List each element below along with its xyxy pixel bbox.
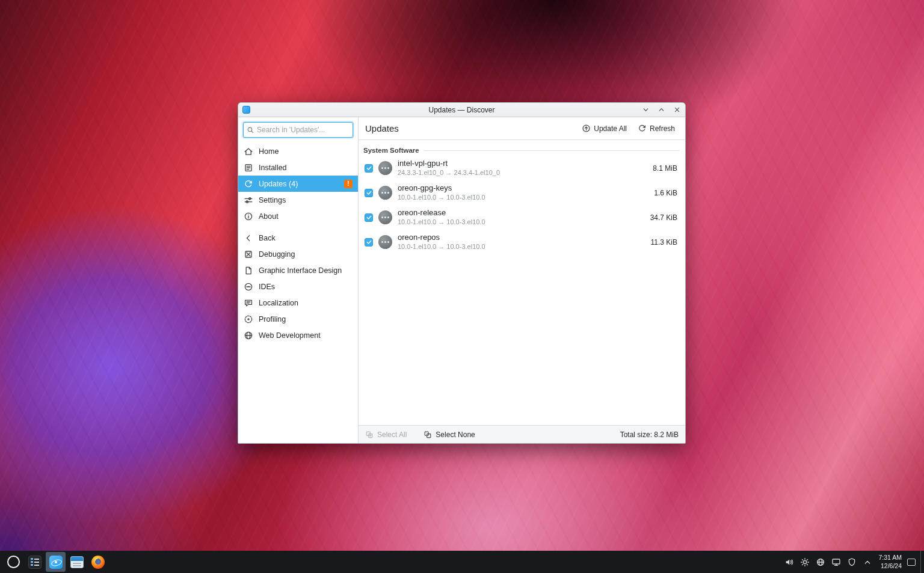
- back-label: Back: [259, 234, 276, 242]
- package-icon: [378, 235, 392, 249]
- select-all-label: Select All: [377, 431, 407, 439]
- system-tray: [784, 557, 872, 567]
- update-row-intel-vpl-gpu-rt[interactable]: intel-vpl-gpu-rt 24.3.3-1.el10_0 → 24.3.…: [359, 156, 685, 180]
- sidebar-back-button[interactable]: Back: [238, 230, 358, 246]
- category-label: Web Development: [259, 331, 321, 340]
- update-checkbox[interactable]: [365, 164, 373, 173]
- update-row-oreon-gpg-keys[interactable]: oreon-gpg-keys 10.0-1.el10.0 → 10.0-3.el…: [359, 180, 685, 205]
- updates-list: intel-vpl-gpu-rt 24.3.3-1.el10_0 → 24.3.…: [359, 156, 685, 254]
- search-input[interactable]: [257, 126, 350, 134]
- desktop-wallpaper: Updates — Discover Home: [0, 0, 924, 573]
- category-label: Graphic Interface Design: [259, 266, 342, 275]
- app-launcher-button[interactable]: [4, 552, 23, 572]
- installed-icon: [244, 163, 253, 173]
- network-icon[interactable]: [815, 557, 825, 567]
- discover-task-button[interactable]: [46, 552, 66, 572]
- sidebar-item-installed[interactable]: Installed: [238, 159, 358, 176]
- maximize-button[interactable]: [657, 106, 665, 114]
- update-row-oreon-release[interactable]: oreon-release 10.0-1.el10.0 → 10.0-3.el1…: [359, 205, 685, 230]
- sidebar-category-debugging[interactable]: Debugging: [238, 246, 358, 262]
- update-all-icon: [582, 124, 591, 133]
- section-title: System Software: [363, 147, 419, 154]
- localization-icon: [244, 298, 253, 308]
- taskbar: 7:31 AM 12/6/24: [0, 551, 924, 573]
- select-all-button[interactable]: Select All: [365, 431, 407, 439]
- sidebar-item-label: Home: [259, 147, 279, 156]
- sidebar-category-ides[interactable]: IDEs: [238, 278, 358, 295]
- firefox-icon: [91, 556, 105, 569]
- update-name: oreon-repos: [398, 233, 645, 242]
- package-icon: [378, 210, 392, 224]
- brightness-icon[interactable]: [799, 557, 810, 567]
- category-label: Debugging: [259, 250, 295, 259]
- show-desktop-button[interactable]: [920, 551, 924, 573]
- sidebar-item-home[interactable]: Home: [238, 143, 358, 159]
- update-name: oreon-gpg-keys: [398, 183, 648, 193]
- update-size: 34.7 KiB: [650, 213, 677, 222]
- category-label: IDEs: [259, 283, 275, 291]
- category-label: Localization: [259, 299, 298, 307]
- category-label: Profiling: [259, 315, 286, 323]
- sidebar-item-about[interactable]: About: [238, 208, 358, 224]
- sidebar-item-label: Installed: [259, 164, 287, 172]
- design-icon: [244, 266, 253, 275]
- chevron-left-icon: [244, 233, 253, 243]
- package-icon: [378, 186, 392, 200]
- ides-icon: [244, 282, 253, 292]
- update-size: 11.3 KiB: [651, 238, 677, 247]
- sidebar-category-localization[interactable]: Localization: [238, 295, 358, 311]
- settings-icon: [244, 195, 253, 205]
- profiling-icon: [244, 314, 253, 324]
- select-none-label: Select None: [436, 431, 475, 439]
- sidebar-item-settings[interactable]: Settings: [238, 192, 358, 208]
- page-header: Updates Update All Refresh: [359, 117, 685, 140]
- refresh-button[interactable]: Refresh: [634, 121, 679, 135]
- file-manager-icon: [70, 556, 84, 568]
- minimize-button[interactable]: [641, 106, 650, 114]
- discover-window: Updates — Discover Home: [238, 102, 686, 444]
- update-version: 24.3.3-1.el10_0 → 24.3.4-1.el10_0: [398, 169, 647, 177]
- clock-date: 12/6/24: [878, 562, 902, 570]
- select-none-button[interactable]: Select None: [424, 431, 475, 439]
- file-manager-task-button[interactable]: [67, 552, 87, 572]
- close-button[interactable]: [673, 106, 681, 114]
- updates-alert-badge: !: [344, 180, 353, 188]
- update-all-label: Update All: [594, 124, 627, 133]
- update-row-oreon-repos[interactable]: oreon-repos 10.0-1.el10.0 → 10.0-3.el10.…: [359, 230, 685, 254]
- titlebar[interactable]: Updates — Discover: [238, 103, 685, 117]
- system-settings-task-button[interactable]: [25, 552, 45, 572]
- updates-footer: Select All Select None Total size: 8.2 M…: [359, 425, 685, 443]
- tray-expand-icon[interactable]: [862, 557, 872, 567]
- volume-icon[interactable]: [784, 557, 794, 567]
- update-checkbox[interactable]: [365, 189, 373, 197]
- sidebar-item-label: About: [259, 212, 279, 221]
- window-title: Updates — Discover: [238, 106, 685, 114]
- discover-app-icon: [242, 106, 250, 114]
- search-field[interactable]: [243, 122, 353, 138]
- debugging-icon: [244, 250, 253, 259]
- sidebar-category-web-development[interactable]: Web Development: [238, 327, 358, 343]
- home-icon: [244, 147, 253, 156]
- update-checkbox[interactable]: [365, 238, 373, 247]
- update-size: 8.1 MiB: [653, 164, 677, 173]
- sidebar-category-graphic-interface-design[interactable]: Graphic Interface Design: [238, 262, 358, 278]
- update-size: 1.6 KiB: [654, 189, 677, 197]
- firefox-task-button[interactable]: [88, 552, 108, 572]
- updates-page: Updates Update All Refresh System Softwa…: [359, 117, 685, 443]
- refresh-label: Refresh: [650, 124, 675, 133]
- total-size-label: Total size: 8.2 MiB: [620, 431, 679, 439]
- update-checkbox[interactable]: [365, 213, 373, 222]
- select-all-icon: [365, 431, 374, 439]
- display-icon[interactable]: [831, 557, 841, 567]
- page-title: Updates: [365, 123, 399, 133]
- updates-icon: [244, 179, 253, 189]
- sidebar-category-profiling[interactable]: Profiling: [238, 311, 358, 327]
- security-shield-icon[interactable]: [846, 557, 857, 567]
- update-version: 10.0-1.el10.0 → 10.0-3.el10.0: [398, 218, 645, 227]
- update-all-button[interactable]: Update All: [578, 121, 630, 135]
- sidebar-item-updates[interactable]: Updates (4) !: [238, 176, 358, 192]
- peek-desktop-icon[interactable]: [907, 559, 916, 566]
- update-name: oreon-release: [398, 208, 645, 218]
- clock[interactable]: 7:31 AM 12/6/24: [878, 554, 902, 569]
- discover-icon: [49, 556, 63, 569]
